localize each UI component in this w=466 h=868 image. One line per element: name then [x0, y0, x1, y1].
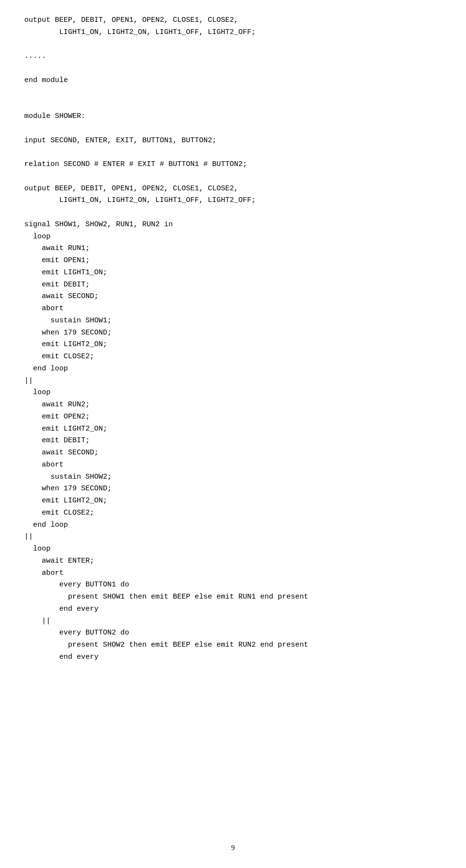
code-line-19: await RUN1; — [24, 244, 90, 252]
code-line-45: await ENTER; — [24, 557, 94, 565]
code-line-53: end every — [24, 653, 99, 661]
code-content: output BEEP, DEBIT, OPEN1, OPEN2, CLOSE1… — [24, 15, 442, 664]
code-line-50: || — [24, 617, 50, 625]
code-line-12: relation SECOND # ENTER # EXIT # BUTTON1… — [24, 160, 247, 168]
code-line-5: end module — [24, 76, 68, 84]
code-line-17: signal SHOW1, SHOW2, RUN1, RUN2 in — [24, 220, 173, 229]
code-line-48: present SHOW1 then emit BEEP else emit R… — [24, 593, 308, 601]
code-line-37: abort — [24, 461, 64, 469]
code-line-44: loop — [24, 545, 50, 553]
code-line-10: input SECOND, ENTER, EXIT, BUTTON1, BUTT… — [24, 136, 216, 145]
code-line-32: await RUN2; — [24, 401, 90, 409]
code-line-29: end loop — [24, 365, 68, 373]
code-line-43: || — [24, 533, 33, 541]
code-line-47: every BUTTON1 do — [24, 581, 129, 589]
code-line-18: loop — [24, 233, 50, 241]
code-line-15: LIGHT1_ON, LIGHT2_ON, LIGHT1_OFF, LIGHT2… — [24, 196, 256, 204]
code-line-41: emit CLOSE2; — [24, 509, 94, 517]
code-line-27: emit LIGHT2_ON; — [24, 340, 107, 349]
code-line-40: emit LIGHT2_ON; — [24, 497, 107, 505]
code-line-14: output BEEP, DEBIT, OPEN1, OPEN2, CLOSE1… — [24, 184, 238, 193]
code-line-39: when 179 SECOND; — [24, 484, 112, 493]
code-line-38: sustain SHOW2; — [24, 473, 112, 481]
code-line-34: emit LIGHT2_ON; — [24, 425, 107, 433]
code-line-28: emit CLOSE2; — [24, 352, 94, 361]
code-line-26: when 179 SECOND; — [24, 329, 112, 337]
code-line-46: abort — [24, 569, 64, 577]
code-line-51: every BUTTON2 do — [24, 629, 129, 637]
code-line-52: present SHOW2 then emit BEEP else emit R… — [24, 641, 308, 649]
code-line-49: end every — [24, 605, 99, 613]
code-line-31: loop — [24, 388, 50, 397]
code-line-24: abort — [24, 304, 64, 313]
code-line-1: LIGHT1_ON, LIGHT2_ON, LIGHT1_OFF, LIGHT2… — [24, 28, 256, 36]
code-line-23: await SECOND; — [24, 292, 99, 300]
code-line-22: emit DEBIT; — [24, 281, 90, 289]
code-line-35: emit DEBIT; — [24, 436, 90, 445]
code-line-3: ..... — [24, 52, 46, 60]
code-line-0: output BEEP, DEBIT, OPEN1, OPEN2, CLOSE1… — [24, 16, 238, 24]
code-line-21: emit LIGHT1_ON; — [24, 268, 107, 277]
code-line-25: sustain SHOW1; — [24, 317, 112, 325]
code-line-20: emit OPEN1; — [24, 256, 90, 265]
code-line-8: module SHOWER: — [24, 112, 85, 120]
code-line-30: || — [24, 377, 33, 385]
code-line-36: await SECOND; — [24, 449, 99, 457]
code-line-42: end loop — [24, 521, 68, 529]
code-line-33: emit OPEN2; — [24, 413, 90, 421]
page-number: 9 — [231, 842, 235, 853]
